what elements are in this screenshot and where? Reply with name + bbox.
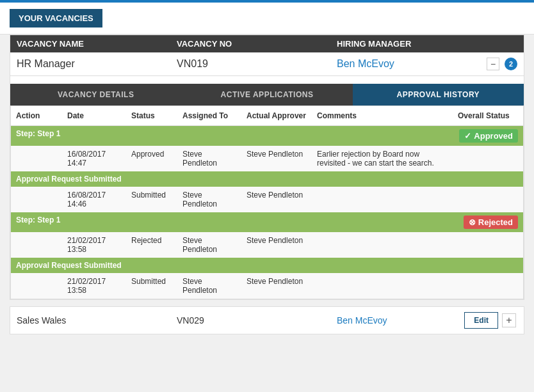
- row-overall: [453, 273, 523, 299]
- row-assigned: Steve Pendleton: [177, 187, 241, 212]
- edit-button[interactable]: Edit: [464, 312, 498, 329]
- row-approver: Steve Pendleton: [241, 187, 312, 212]
- tab-active-applications[interactable]: ACTIVE APPLICATIONS: [181, 84, 352, 106]
- tabs-container: VACANCY DETAILS ACTIVE APPLICATIONS APPR…: [10, 84, 524, 106]
- row-date: 21/02/2017 13:58: [62, 232, 126, 258]
- col-header-approver: Actual Approver: [241, 106, 312, 126]
- col-header-comments: Comments: [312, 106, 453, 126]
- your-vacancies-button[interactable]: YOUR VACANCIES: [10, 9, 102, 27]
- col-header-date: Date: [62, 106, 126, 126]
- tab-approval-history[interactable]: APPROVAL HISTORY: [353, 84, 524, 106]
- col-header-status: Status: [126, 106, 177, 126]
- reject-icon: ⊗: [469, 217, 476, 227]
- row-overall: [453, 187, 523, 212]
- step-label-1: Step: Step 1: [11, 126, 453, 146]
- row-comments: Earlier rejection by Board now revisited…: [312, 146, 453, 171]
- row-approver: Steve Pendleton: [241, 273, 312, 299]
- submitted-row-1: Approval Request Submitted: [11, 171, 523, 187]
- collapse-button[interactable]: −: [487, 58, 499, 70]
- row-comments: [312, 273, 453, 299]
- step-row-2: Step: Step 1 ⊗ Rejected: [11, 212, 523, 232]
- table-row: 21/02/2017 13:58 Rejected Steve Pendleto…: [11, 232, 523, 258]
- row-status: Approved: [126, 146, 177, 171]
- vacancy-no-header: VACANCY NO: [177, 39, 337, 49]
- bottom-vacancy-no: VN029: [177, 315, 337, 325]
- step-overall-2: ⊗ Rejected: [453, 212, 523, 232]
- row-comments: [312, 187, 453, 212]
- vacancy-name-value: HR Manager: [17, 58, 177, 70]
- hiring-manager-header: HIRING MANAGER: [337, 39, 517, 49]
- status-approved-badge: ✓ Approved: [459, 129, 518, 143]
- table-row: 21/02/2017 13:58 Submitted Steve Pendlet…: [11, 273, 523, 299]
- row-overall: [453, 146, 523, 171]
- submitted-row-2: Approval Request Submitted: [11, 258, 523, 273]
- step-overall-1: ✓ Approved: [453, 126, 523, 146]
- bottom-hiring-manager: Ben McEvoy: [337, 315, 464, 325]
- table-row: 16/08/2017 14:46 Submitted Steve Pendlet…: [11, 187, 523, 212]
- submitted-label-1: Approval Request Submitted: [11, 171, 523, 187]
- status-rejected-badge: ⊗ Rejected: [464, 216, 518, 229]
- notification-badge: 2: [505, 58, 517, 70]
- submitted-label-2: Approval Request Submitted: [11, 258, 523, 273]
- hiring-manager-value: Ben McEvoy: [337, 58, 394, 70]
- row-assigned: Steve Pendleton: [177, 232, 241, 258]
- table-row: 16/08/2017 14:47 Approved Steve Pendleto…: [11, 146, 523, 171]
- row-status: Rejected: [126, 232, 177, 258]
- row-action: [11, 273, 62, 299]
- vacancy-no-value: VN019: [177, 58, 337, 70]
- row-action: [11, 187, 62, 212]
- row-action: [11, 146, 62, 171]
- bottom-vacancy-row: Sales Wales VN029 Ben McEvoy Edit +: [10, 306, 524, 334]
- row-overall: [453, 232, 523, 258]
- bottom-vacancy-name: Sales Wales: [17, 315, 177, 325]
- row-status: Submitted: [126, 187, 177, 212]
- row-status: Submitted: [126, 273, 177, 299]
- row-action: [11, 232, 62, 258]
- expand-button[interactable]: +: [502, 313, 516, 327]
- row-date: 16/08/2017 14:47: [62, 146, 126, 171]
- row-assigned: Steve Pendleton: [177, 146, 241, 171]
- row-comments: [312, 232, 453, 258]
- col-header-action: Action: [11, 106, 62, 126]
- step-row-1: Step: Step 1 ✓ Approved: [11, 126, 523, 146]
- row-assigned: Steve Pendleton: [177, 273, 241, 299]
- row-date: 16/08/2017 14:46: [62, 187, 126, 212]
- tab-vacancy-details[interactable]: VACANCY DETAILS: [10, 84, 181, 106]
- row-date: 21/02/2017 13:58: [62, 273, 126, 299]
- col-header-assigned: Assigned To: [177, 106, 241, 126]
- vacancy-name-header: VACANCY NAME: [17, 39, 177, 49]
- check-icon: ✓: [464, 131, 471, 141]
- row-approver: Steve Pendleton: [241, 232, 312, 258]
- step-label-2: Step: Step 1: [11, 212, 453, 232]
- row-approver: Steve Pendleton: [241, 146, 312, 171]
- col-header-overall: Overall Status: [453, 106, 523, 126]
